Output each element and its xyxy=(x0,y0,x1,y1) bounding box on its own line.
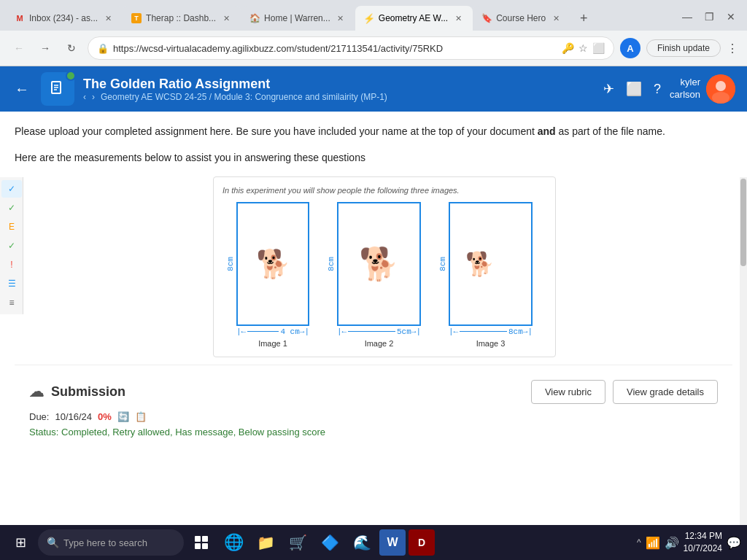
home-favicon: 🏠 xyxy=(249,13,260,23)
due-date: 10/16/24 xyxy=(55,411,92,422)
side-panel: ✓ ✓ E ✓ ! ☰ ≡ xyxy=(0,177,23,314)
side-panel-item-3[interactable]: E xyxy=(1,218,22,236)
subtitle-text: Geometry AE WCSD 24-25 / Module 3: Congr… xyxy=(101,92,387,102)
window-minimize[interactable]: — xyxy=(677,8,697,26)
tab-therap-close[interactable]: ✕ xyxy=(220,12,232,24)
header-username: kyler carlson xyxy=(670,77,700,101)
new-tab-button[interactable]: + xyxy=(573,8,594,28)
due-score: 0% xyxy=(98,411,112,422)
dog-emoji-2: 🐕 xyxy=(359,248,399,280)
start-button[interactable]: ⊞ xyxy=(6,528,35,557)
geometry-favicon: ⚡ xyxy=(364,13,374,23)
bold-and: and xyxy=(538,125,556,137)
taskbar-app8[interactable]: D xyxy=(409,529,435,556)
window-maximize[interactable]: ❐ xyxy=(699,8,719,26)
tab-therap[interactable]: T Therap :: Dashb... ✕ xyxy=(123,6,241,31)
tab-home-close[interactable]: ✕ xyxy=(335,12,347,24)
coursehero-favicon: 🔖 xyxy=(481,13,492,23)
task-view-icon xyxy=(194,535,209,550)
taskbar-arrow-icon[interactable]: ^ xyxy=(637,537,641,548)
therap-favicon: T xyxy=(131,13,142,23)
submission-title-area: ☁ Submission xyxy=(29,383,125,400)
scrollbar[interactable] xyxy=(740,177,747,560)
side-panel-item-2[interactable]: ✓ xyxy=(1,199,22,217)
view-rubric-button[interactable]: View rubric xyxy=(531,380,605,404)
taskbar-search-text: Type here to search xyxy=(63,537,147,548)
taskbar-store[interactable]: 🛒 xyxy=(283,528,312,557)
taskbar-search-icon: 🔍 xyxy=(47,537,59,548)
tab-gmail-close[interactable]: ✕ xyxy=(102,12,114,24)
taskbar-sound-icon[interactable]: 🔊 xyxy=(665,536,679,550)
taskbar-app5[interactable]: 🔷 xyxy=(315,528,344,557)
taskbar-search-box[interactable]: 🔍 Type here to search xyxy=(38,529,184,556)
side-panel-item-7[interactable]: ≡ xyxy=(1,294,22,311)
tab-coursehero[interactable]: 🔖 Course Hero ✕ xyxy=(473,6,570,31)
subtitle-next[interactable]: › xyxy=(92,92,95,102)
height-label-3: 8cm xyxy=(438,257,447,271)
header-title-area: The Golden Ratio Assignment ‹ › Geometry… xyxy=(83,77,595,102)
window-close[interactable]: ✕ xyxy=(721,8,741,26)
side-panel-item-6[interactable]: ☰ xyxy=(1,275,22,292)
taskbar-notification-icon[interactable]: 💬 xyxy=(727,536,741,550)
subtitle-prev[interactable]: ‹ xyxy=(83,92,86,102)
submission-buttons: View rubric View grade details xyxy=(531,380,718,404)
username-last: carlson xyxy=(670,89,700,101)
tab-geometry-label: Geometry AE W... xyxy=(379,13,448,23)
svg-rect-8 xyxy=(202,536,208,542)
url-bar[interactable]: 🔒 https://wcsd-virtualacademy.agilixbuzz… xyxy=(88,36,614,60)
submission-header: ☁ Submission View rubric View grade deta… xyxy=(29,380,718,404)
app-back-button[interactable]: ← xyxy=(12,78,32,101)
tab-coursehero-close[interactable]: ✕ xyxy=(550,12,562,24)
extension-icon[interactable]: ⬜ xyxy=(592,42,605,54)
taskbar-apps: 🌐 📁 🛒 🔷 🌊 W D xyxy=(187,528,634,557)
tab-home[interactable]: 🏠 Home | Warren... ✕ xyxy=(241,6,355,31)
user-avatar[interactable] xyxy=(706,74,735,104)
send-icon[interactable]: ✈ xyxy=(603,81,614,97)
side-panel-item-5[interactable]: ! xyxy=(1,256,22,273)
reload-button[interactable]: ↻ xyxy=(61,38,82,58)
image-container: In this experiment you will show people … xyxy=(36,176,732,357)
image-label-2: Image 2 xyxy=(365,339,394,348)
scrollbar-thumb[interactable] xyxy=(740,179,746,266)
side-panel-item-4[interactable]: ✓ xyxy=(1,237,22,254)
taskbar-wifi-icon[interactable]: 📶 xyxy=(646,536,660,550)
taskbar-word[interactable]: W xyxy=(379,529,406,556)
taskbar-edge[interactable]: 🌐 xyxy=(219,528,248,557)
finish-update-button[interactable]: Finish update xyxy=(646,39,721,57)
taskbar-explorer[interactable]: 📁 xyxy=(251,528,280,557)
tab-coursehero-label: Course Hero xyxy=(496,13,546,23)
dog-box-3: 8cm 🐕 xyxy=(449,202,533,326)
tab-geometry[interactable]: ⚡ Geometry AE W... ✕ xyxy=(355,6,473,31)
window-icon[interactable]: ⬜ xyxy=(626,81,642,97)
submission-section: ☁ Submission View rubric View grade deta… xyxy=(15,365,732,452)
svg-point-5 xyxy=(716,81,726,91)
taskbar-right: ^ 📶 🔊 12:34 PM 10/7/2024 💬 xyxy=(637,530,741,555)
taskbar-app6[interactable]: 🌊 xyxy=(347,528,376,557)
side-panel-item-1[interactable]: ✓ xyxy=(1,180,22,198)
taskbar-task-view[interactable] xyxy=(187,528,216,557)
refresh-icon[interactable]: 🔄 xyxy=(117,411,129,422)
image-label-1: Image 1 xyxy=(258,339,287,348)
cloud-upload-icon: ☁ xyxy=(29,383,44,400)
tab-geometry-close[interactable]: ✕ xyxy=(452,12,464,24)
forward-nav-button[interactable]: → xyxy=(35,38,55,58)
svg-point-6 xyxy=(712,92,729,104)
key-icon: 🔑 xyxy=(562,42,574,54)
browser-menu-button[interactable]: ⋮ xyxy=(727,42,738,55)
tab-gmail[interactable]: M Inbox (234) - as... ✕ xyxy=(6,6,123,31)
tab-bar: M Inbox (234) - as... ✕ T Therap :: Dash… xyxy=(0,0,747,31)
taskbar-clock[interactable]: 12:34 PM 10/7/2024 xyxy=(684,530,722,555)
image-box-label: In this experiment you will show people … xyxy=(222,186,546,195)
clock-date: 10/7/2024 xyxy=(684,542,722,555)
clipboard-icon[interactable]: 📋 xyxy=(135,411,147,422)
view-grade-button[interactable]: View grade details xyxy=(613,380,718,404)
help-icon[interactable]: ? xyxy=(654,82,661,97)
profile-button[interactable]: A xyxy=(620,38,640,58)
back-nav-button[interactable]: ← xyxy=(9,38,29,58)
height-label-2: 8cm xyxy=(327,257,336,271)
header-user: kyler carlson xyxy=(670,74,735,104)
url-text: https://wcsd-virtualacademy.agilixbuzz.c… xyxy=(113,43,557,54)
dog-box-1: 8cm 🐕 xyxy=(236,202,309,326)
due-label: Due: xyxy=(29,411,49,422)
bookmark-star-icon[interactable]: ☆ xyxy=(578,42,588,54)
